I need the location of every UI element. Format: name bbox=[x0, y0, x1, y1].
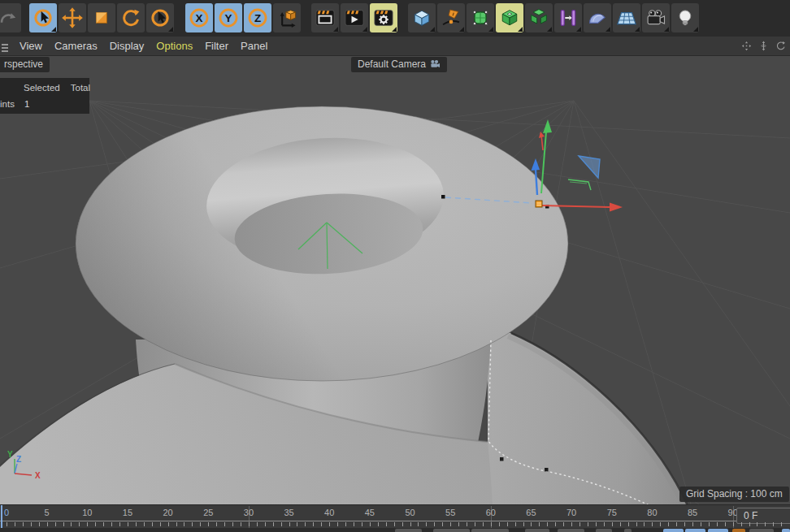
spline-point[interactable] bbox=[545, 468, 549, 472]
menu-item-options[interactable]: Options bbox=[156, 40, 193, 52]
frame-tick bbox=[95, 522, 96, 526]
menu-item-panel[interactable]: Panel bbox=[241, 40, 267, 52]
menu-item-display[interactable]: Display bbox=[110, 40, 145, 52]
timeline-numbers: 051015202530354045505560657075808590 bbox=[0, 505, 790, 521]
toolbar-group bbox=[29, 0, 145, 32]
render-settings-button[interactable] bbox=[370, 3, 397, 32]
frame-number-60: 60 bbox=[486, 508, 496, 517]
info-row-value: 1 bbox=[24, 99, 29, 109]
current-frame-field[interactable]: 0 F bbox=[736, 508, 790, 524]
toolbar-group: XYZ bbox=[185, 0, 301, 32]
coordinate-system-button[interactable] bbox=[273, 3, 301, 32]
menu-hamburger-icon[interactable] bbox=[0, 40, 8, 53]
viewport-canvas[interactable]: Y Z X rspective Default Camera SelectedT… bbox=[0, 55, 790, 504]
scale-tool[interactable] bbox=[88, 3, 115, 32]
lock-z-axis-button[interactable]: Z bbox=[244, 3, 271, 32]
move-icon bbox=[61, 6, 84, 29]
frame-number-75: 75 bbox=[607, 508, 617, 517]
axis-icon: Z bbox=[246, 6, 269, 29]
menu-item-cameras[interactable]: Cameras bbox=[54, 40, 98, 52]
spline-point[interactable] bbox=[500, 457, 504, 461]
menu-item-view[interactable]: View bbox=[20, 40, 42, 52]
pan-icon[interactable] bbox=[740, 40, 753, 52]
frame-tick bbox=[507, 522, 508, 526]
frame-number-15: 15 bbox=[123, 508, 132, 517]
zoom-icon[interactable] bbox=[757, 40, 770, 52]
frame-tick bbox=[531, 522, 532, 526]
frame-tick bbox=[176, 522, 177, 526]
frame-tick bbox=[321, 522, 322, 526]
frame-tick bbox=[402, 522, 403, 526]
frame-tick bbox=[741, 522, 742, 526]
selected-point[interactable] bbox=[536, 201, 542, 207]
frame-tick bbox=[79, 522, 80, 526]
spline-pen-icon bbox=[440, 6, 462, 29]
generator-button[interactable] bbox=[525, 3, 553, 32]
frame-tick bbox=[499, 522, 500, 526]
timeline-playhead[interactable] bbox=[1, 505, 2, 529]
svg-text:Y: Y bbox=[225, 12, 232, 24]
floor-grid-icon bbox=[615, 6, 638, 29]
toolbar-group bbox=[146, 0, 174, 32]
frame-tick bbox=[103, 522, 104, 526]
add-primitive-button[interactable] bbox=[408, 3, 436, 32]
selection-tool[interactable] bbox=[146, 3, 174, 32]
frame-tick bbox=[87, 522, 88, 526]
camera-label[interactable]: Default Camera bbox=[351, 57, 447, 72]
orbit-icon[interactable] bbox=[775, 40, 787, 52]
menu-item-filter[interactable]: Filter bbox=[205, 40, 228, 52]
frame-number-20: 20 bbox=[163, 508, 172, 517]
grid-spacing-label: Grid Spacing : 100 cm bbox=[679, 487, 789, 502]
frame-tick bbox=[273, 522, 274, 526]
undo-tool[interactable] bbox=[0, 3, 21, 32]
frame-tick bbox=[684, 522, 685, 526]
light-object-button[interactable] bbox=[671, 3, 699, 32]
frame-tick bbox=[749, 522, 750, 526]
frame-tick bbox=[676, 522, 677, 526]
rotate-tool[interactable] bbox=[117, 3, 145, 32]
frame-tick bbox=[15, 522, 15, 526]
lock-x-axis-button[interactable]: X bbox=[185, 3, 213, 32]
frame-tick bbox=[442, 522, 443, 526]
cinema4d-window: { "toolbar": { "groups": [ {"buttons": [… bbox=[0, 0, 790, 532]
timeline-ruler[interactable]: 051015202530354045505560657075808590 0 F bbox=[0, 504, 790, 529]
modeling-button[interactable] bbox=[496, 3, 523, 32]
frame-tick bbox=[71, 522, 72, 526]
frame-number-0: 0 bbox=[4, 508, 9, 517]
info-row-label: ints bbox=[0, 99, 15, 109]
camera-object-button[interactable] bbox=[642, 3, 670, 32]
render-settings-icon bbox=[372, 6, 395, 29]
frame-tick bbox=[426, 522, 427, 526]
render-picture-viewer-button[interactable] bbox=[341, 3, 368, 32]
frame-tick bbox=[394, 522, 395, 526]
toolbar-group bbox=[0, 0, 21, 32]
frame-tick bbox=[63, 522, 64, 526]
spline-pen-button[interactable] bbox=[437, 3, 465, 32]
lock-y-axis-button[interactable]: Y bbox=[215, 3, 242, 32]
snap-button[interactable] bbox=[554, 3, 582, 32]
volume-button[interactable] bbox=[584, 3, 611, 32]
frame-tick bbox=[725, 522, 726, 526]
camera-icon bbox=[645, 6, 667, 29]
frame-tick bbox=[612, 522, 613, 526]
frame-number-70: 70 bbox=[566, 508, 576, 517]
frame-tick bbox=[709, 522, 710, 526]
frame-tick bbox=[781, 522, 782, 526]
frame-tick bbox=[152, 522, 153, 526]
frame-tick bbox=[345, 522, 346, 526]
frame-tick bbox=[475, 522, 475, 526]
render-view-button[interactable] bbox=[311, 3, 339, 32]
frame-tick bbox=[224, 522, 225, 526]
frame-tick bbox=[652, 522, 653, 526]
bottom-toolbar-edge bbox=[0, 528, 790, 532]
frame-tick bbox=[579, 522, 580, 526]
floor-object-button[interactable] bbox=[613, 3, 640, 32]
subdivision-surface-button[interactable] bbox=[467, 3, 494, 32]
light-bulb-icon bbox=[674, 6, 697, 29]
live-selection-tool[interactable] bbox=[29, 3, 57, 32]
spline-point[interactable] bbox=[441, 195, 445, 199]
frame-tick bbox=[555, 522, 556, 526]
frame-tick bbox=[249, 522, 250, 526]
frame-tick bbox=[232, 522, 233, 526]
move-tool[interactable] bbox=[59, 3, 86, 32]
